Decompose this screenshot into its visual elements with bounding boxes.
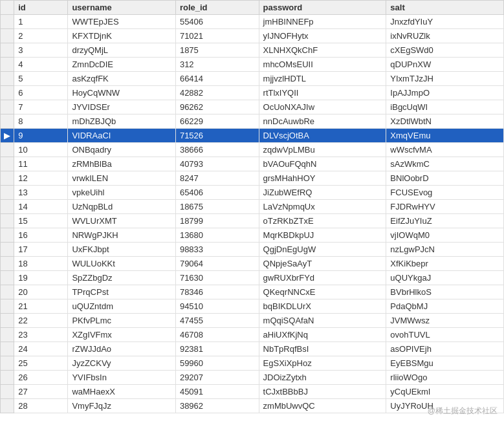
cell-username: WWTEpJES [68, 15, 175, 29]
table-row[interactable]: 14UzNqpBLd18675LaVzNpmqUxFJDRwHYV [1, 200, 504, 214]
col-header-id[interactable]: id [14, 1, 68, 15]
cell-id: 22 [14, 314, 68, 328]
col-header-password[interactable]: password [259, 1, 386, 15]
table-row[interactable]: 6HoyCqWNW42882rtTlxIYQIIIpAJJmpO [1, 86, 504, 100]
cell-salt: ixNvRUZlk [386, 29, 504, 43]
cell-id: 1 [14, 15, 68, 29]
cell-id: 10 [14, 143, 68, 157]
table-row[interactable]: 10ONBqadry38666zqdwVpLMBuwWscfvMA [1, 143, 504, 157]
row-indicator [1, 100, 14, 114]
cell-username: UxFKJbpt [68, 243, 175, 257]
cell-salt: asOPIVEjh [386, 342, 504, 356]
cell-salt: IpAJJmpO [386, 86, 504, 100]
table-row[interactable]: 1WWTEpJES55406jmHBINNEFpJnxzfdYIuY [1, 15, 504, 29]
cell-id: 9 [14, 129, 68, 143]
cell-password: QgjDnEgUgW [259, 243, 386, 257]
cell-roleid: 66414 [175, 72, 259, 86]
cell-id: 17 [14, 243, 68, 257]
table-row[interactable]: 22PKfvPLmc47455mQqiSQAfaNJVMWwsz [1, 314, 504, 328]
cell-id: 25 [14, 356, 68, 371]
table-row[interactable]: 26YVIFbsIn29207JDOizZytxhrliioWOgo [1, 371, 504, 385]
cell-password: JDOizZytxh [259, 371, 386, 385]
cell-id: 27 [14, 385, 68, 399]
cell-salt: PdaQbMJ [386, 299, 504, 314]
cell-username: KFXTDjnK [68, 29, 175, 43]
cell-roleid: 13680 [175, 228, 259, 243]
table-row[interactable]: 12vrwkILEN8247grsMHahHOYBNlOobrD [1, 171, 504, 186]
cell-roleid: 46708 [175, 328, 259, 342]
table-row[interactable]: 8mDhZBJQb66229nnDcAuwbReXzDtlWbtN [1, 114, 504, 129]
cell-password: zqdwVpLMBu [259, 143, 386, 157]
col-header-username[interactable]: username [68, 1, 175, 15]
table-row[interactable]: 20TPrqCPst78346QKeqrNNCxEBVbrHlkoS [1, 285, 504, 299]
table-row[interactable]: ▶9VIDRAaCI71526DLVscjOtBAXmqVEmu [1, 129, 504, 143]
table-row[interactable]: 11zRMhBlBa40793bVAOuFQqhNsAzWkmC [1, 157, 504, 171]
cell-id: 2 [14, 29, 68, 43]
table-row[interactable]: 4ZmnDcDIE312mhcOMsEUIIqDUPnXW [1, 58, 504, 72]
cell-id: 20 [14, 285, 68, 299]
row-indicator [1, 29, 14, 43]
cell-salt: BNlOobrD [386, 171, 504, 186]
cell-username: rZWJJdAo [68, 342, 175, 356]
table-row[interactable]: 24rZWJJdAo92381NbTpRqfBsIasOPIVEjh [1, 342, 504, 356]
row-indicator [1, 171, 14, 186]
row-indicator [1, 314, 14, 328]
table-row[interactable]: 13vpkeUihl65406JiZubWEfRQFCUSEvog [1, 186, 504, 200]
cell-username: JYVIDSEr [68, 100, 175, 114]
table-row[interactable]: 18WULUoKKt79064QNpjeSaAyTXfKiKbepr [1, 257, 504, 271]
row-indicator [1, 385, 14, 399]
cell-salt: JnxzfdYIuY [386, 15, 504, 29]
cell-username: VmyFJqJz [68, 399, 175, 413]
cell-password: OcUoNXAJIw [259, 100, 386, 114]
cell-username: asKzqfFK [68, 72, 175, 86]
row-indicator [1, 214, 14, 228]
table-row[interactable]: 21uQUZntdm94510bqBIKDLUrXPdaQbMJ [1, 299, 504, 314]
table-row[interactable]: 15WVLUrXMT18799oTzRKbZTxEEifZJuYIuZ [1, 214, 504, 228]
cell-username: ONBqadry [68, 143, 175, 157]
cell-id: 6 [14, 86, 68, 100]
cell-salt: EyEBSMgu [386, 356, 504, 371]
cell-roleid: 55406 [175, 15, 259, 29]
cell-username: VIDRAaCI [68, 129, 175, 143]
table-row[interactable]: 23XZgIVFmx46708aHiUXfKjNqovohTUVL [1, 328, 504, 342]
table-row[interactable]: 25JyzZCKVy59960EgSXiXpHozEyEBSMgu [1, 356, 504, 371]
cell-password: nnDcAuwbRe [259, 114, 386, 129]
table-container: id username role_id password salt 1WWTEp… [0, 0, 504, 423]
table-row[interactable]: 7JYVIDSEr96262OcUoNXAJIwiBgcUqWI [1, 100, 504, 114]
cell-password: aHiUXfKjNq [259, 328, 386, 342]
table-row[interactable]: 2KFXTDjnK71021yIJNOFHytxixNvRUZlk [1, 29, 504, 43]
cell-id: 23 [14, 328, 68, 342]
table-row[interactable]: 17UxFKJbpt98833QgjDnEgUgWnzLgwPJcN [1, 243, 504, 257]
table-row[interactable]: 16NRWgPJKH13680MqrKBDkpUJvjIOWqM0 [1, 228, 504, 243]
table-row[interactable]: 5asKzqfFK66414mjjvzlHDTLYIxmTJzJH [1, 72, 504, 86]
row-indicator-header [1, 1, 14, 15]
col-header-salt[interactable]: salt [386, 1, 504, 15]
row-indicator: ▶ [1, 129, 14, 143]
cell-username: waMHaexX [68, 385, 175, 399]
table-row[interactable]: 27waMHaexX45091tCJxtBBbBJyCqUEkmI [1, 385, 504, 399]
table-row[interactable]: 3drzyQMjL1875XLNHXQkChFcXEgSWd0 [1, 43, 504, 58]
cell-salt: JVMWwsz [386, 314, 504, 328]
row-indicator [1, 299, 14, 314]
row-indicator [1, 342, 14, 356]
cell-roleid: 71021 [175, 29, 259, 43]
cell-password: MqrKBDkpUJ [259, 228, 386, 243]
cell-id: 4 [14, 58, 68, 72]
row-indicator [1, 228, 14, 243]
cell-password: EgSXiXpHoz [259, 356, 386, 371]
cell-password: rtTlxIYQII [259, 86, 386, 100]
cell-roleid: 78346 [175, 285, 259, 299]
cell-roleid: 79064 [175, 257, 259, 271]
cell-roleid: 1875 [175, 43, 259, 58]
table-row[interactable]: 28VmyFJqJz38962zmMbUwvQCUyJYRoUH [1, 399, 504, 413]
table-row[interactable]: 19SpZZbgDz71630gwRUXbrFYduQUYkgaJ [1, 271, 504, 285]
col-header-roleid[interactable]: role_id [175, 1, 259, 15]
cell-password: mjjvzlHDTL [259, 72, 386, 86]
cell-salt: cXEgSWd0 [386, 43, 504, 58]
cell-salt: yCqUEkmI [386, 385, 504, 399]
row-indicator [1, 328, 14, 342]
cell-roleid: 71630 [175, 271, 259, 285]
cell-salt: sAzWkmC [386, 157, 504, 171]
cell-username: zRMhBlBa [68, 157, 175, 171]
cell-username: mDhZBJQb [68, 114, 175, 129]
